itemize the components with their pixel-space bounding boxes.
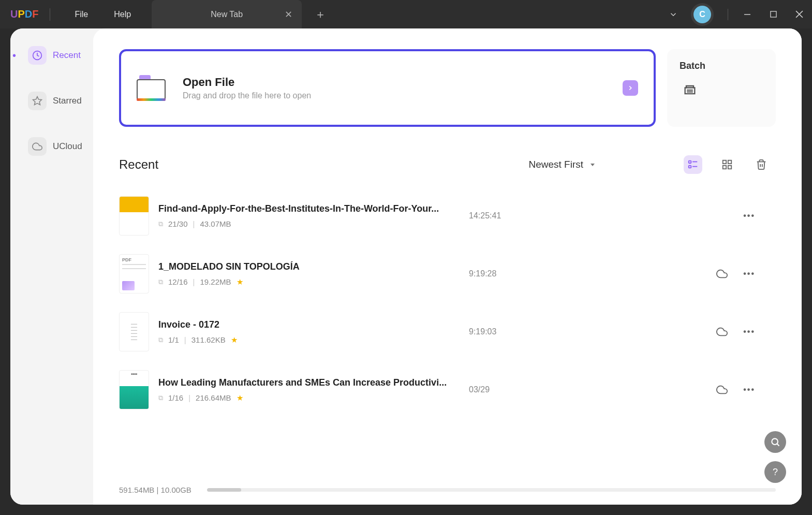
star-icon: ★	[237, 277, 243, 287]
open-file-zone[interactable]: Open File Drag and drop the file here to…	[119, 49, 656, 127]
batch-title: Batch	[680, 61, 763, 71]
minimize-button[interactable]	[734, 2, 760, 27]
sidebar-label: UCloud	[53, 141, 82, 152]
svg-marker-5	[33, 97, 42, 105]
star-icon: ★	[231, 335, 238, 345]
sidebar-item-recent[interactable]: Recent	[22, 43, 93, 68]
sidebar-item-ucloud[interactable]: UCloud	[22, 134, 93, 159]
delete-button[interactable]	[752, 155, 771, 174]
file-meta: ⧉12/16|19.22MB★	[158, 277, 448, 287]
file-row[interactable]: PDF1_MODELADO SIN TOPOLOGÍA⧉12/16|19.22M…	[119, 245, 776, 303]
dropdown-icon[interactable]	[669, 10, 678, 19]
batch-card[interactable]: Batch	[667, 49, 776, 127]
storage-bar: 591.54MB | 10.00GB	[119, 485, 776, 494]
svg-rect-11	[689, 166, 691, 168]
file-time: 9:19:03	[469, 327, 496, 336]
svg-rect-1	[770, 11, 776, 17]
sort-dropdown[interactable]: Newest First	[528, 159, 596, 170]
sidebar-item-starred[interactable]: Starred	[22, 89, 93, 113]
tab-new[interactable]: New Tab ✕	[152, 0, 302, 28]
app-logo: UPDF	[10, 8, 38, 20]
main-panel: Recent Starred UCloud Open F	[10, 28, 802, 505]
svg-rect-9	[689, 161, 691, 164]
content-area: Open File Drag and drop the file here to…	[93, 28, 802, 505]
user-avatar[interactable]: C	[693, 6, 711, 23]
help-button[interactable]: ?	[764, 461, 786, 483]
folder-icon	[137, 75, 170, 101]
chevron-right-icon[interactable]	[623, 80, 638, 96]
file-row[interactable]: ━━━━━━━━━━━━━━━━━━━━━━━━Invoice - 0172⧉1…	[119, 303, 776, 361]
more-icon[interactable]: •••	[743, 269, 755, 278]
storage-progress	[207, 488, 776, 492]
titlebar: UPDF File Help New Tab ✕ ＋ C	[0, 0, 812, 28]
search-button[interactable]	[764, 431, 786, 453]
sidebar-label: Recent	[53, 50, 81, 61]
sidebar: Recent Starred UCloud	[10, 28, 93, 505]
svg-line-18	[777, 444, 779, 446]
file-list: Find-and-Apply-For-the-Best-Institutes-I…	[119, 187, 776, 419]
file-name: Find-and-Apply-For-the-Best-Institutes-I…	[158, 203, 448, 214]
menu-help[interactable]: Help	[101, 10, 144, 19]
list-view-button[interactable]	[684, 155, 702, 174]
close-button[interactable]	[786, 2, 812, 27]
file-thumbnail	[119, 196, 149, 236]
file-time: 9:19:28	[469, 269, 496, 278]
cloud-icon[interactable]	[716, 384, 728, 395]
file-meta: ⧉1/1|311.62KB★	[158, 335, 448, 345]
cloud-icon[interactable]	[716, 326, 728, 337]
svg-marker-8	[590, 164, 595, 166]
more-icon[interactable]: •••	[743, 211, 755, 220]
sidebar-label: Starred	[53, 96, 82, 106]
svg-rect-16	[723, 166, 726, 169]
file-meta: ⧉1/16|216.64MB★	[158, 393, 448, 403]
grid-view-button[interactable]	[718, 155, 736, 174]
file-row[interactable]: Find-and-Apply-For-the-Best-Institutes-I…	[119, 187, 776, 245]
more-icon[interactable]: •••	[743, 385, 755, 394]
batch-icon	[680, 81, 700, 98]
close-icon[interactable]: ✕	[285, 9, 292, 20]
more-icon[interactable]: •••	[743, 327, 755, 336]
maximize-button[interactable]	[760, 2, 786, 27]
file-meta: ⧉21/30|43.07MB	[158, 219, 448, 228]
tab-label: New Tab	[211, 10, 243, 19]
file-time: 14:25:41	[469, 211, 501, 220]
file-time: 03/29	[469, 385, 490, 394]
svg-rect-14	[728, 160, 731, 164]
file-thumbnail: PDF	[119, 254, 149, 293]
svg-point-17	[772, 438, 778, 445]
svg-rect-15	[728, 166, 731, 169]
add-tab-button[interactable]: ＋	[315, 7, 326, 22]
file-row[interactable]: ■■■■How Leading Manufacturers and SMEs C…	[119, 361, 776, 419]
open-file-subtitle: Drag and drop the file here to open	[183, 91, 311, 100]
star-icon	[28, 92, 47, 110]
star-icon: ★	[237, 393, 243, 403]
clock-icon	[28, 46, 47, 65]
menu-file[interactable]: File	[62, 10, 101, 19]
file-name: 1_MODELADO SIN TOPOLOGÍA	[158, 261, 448, 272]
storage-text: 591.54MB | 10.00GB	[119, 485, 191, 494]
open-file-title: Open File	[183, 76, 311, 89]
cloud-icon[interactable]	[716, 268, 728, 279]
recent-title: Recent	[119, 157, 158, 172]
file-name: Invoice - 0172	[158, 319, 448, 330]
file-thumbnail: ━━━━━━━━━━━━━━━━━━━━━━━━	[119, 312, 149, 351]
file-name: How Leading Manufacturers and SMEs Can I…	[158, 377, 448, 388]
svg-rect-13	[723, 160, 726, 164]
cloud-icon	[28, 137, 47, 156]
file-thumbnail: ■■■■	[119, 370, 149, 409]
